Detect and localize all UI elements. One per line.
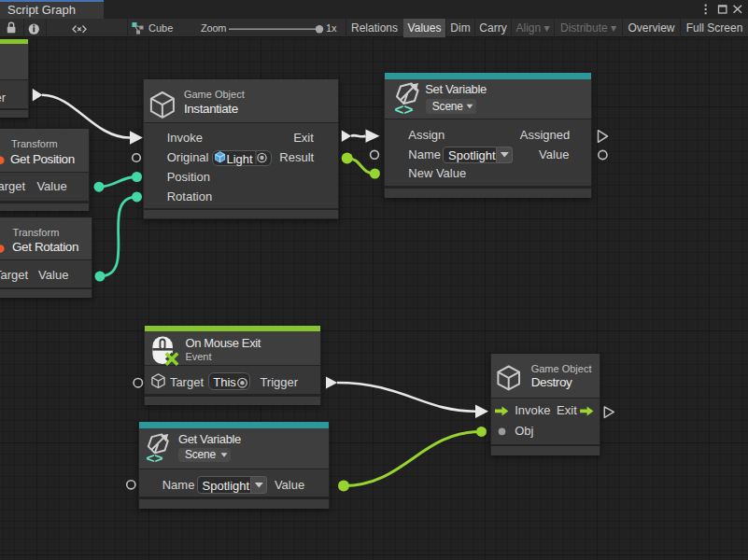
- svg-text:<>: <>: [395, 101, 414, 119]
- svg-text:<>: <>: [147, 450, 163, 466]
